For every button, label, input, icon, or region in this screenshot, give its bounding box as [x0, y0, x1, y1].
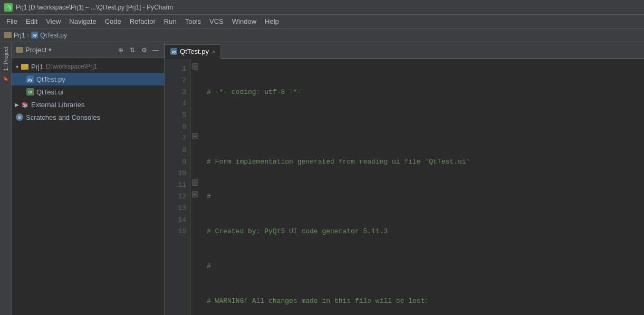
menu-tools[interactable]: Tools: [181, 16, 205, 26]
menu-view[interactable]: View: [42, 16, 65, 26]
project-panel-header: Project ▾ ⊕ ⇅ ⚙ —: [12, 42, 164, 58]
tab-file-icon: py: [170, 48, 177, 55]
line-num-3: 3: [165, 87, 190, 98]
line-num-6: 6: [165, 121, 190, 133]
menu-refactor[interactable]: Refactor: [126, 16, 160, 26]
line-num-9: 9: [165, 156, 190, 168]
tree-item-scratches[interactable]: S Scratches and Consoles: [12, 111, 164, 123]
code-line-5: # Created by: PyQt5 UI code generator 5.…: [207, 226, 638, 237]
prj1-folder-icon: [21, 64, 28, 70]
breadcrumb-file[interactable]: QtTest.py: [40, 32, 67, 39]
panel-folder-icon: [16, 47, 23, 53]
code-editor[interactable]: 1 2 3 4 5 6 7 8 9 10 11 12 13 14 15 − − …: [165, 59, 644, 315]
code-line-2: [207, 121, 638, 133]
breadcrumb-folder-icon: [4, 32, 12, 38]
line-num-1: 1: [165, 63, 190, 75]
menu-edit[interactable]: Edit: [22, 16, 42, 26]
code-line-3: # Form implementation generated from rea…: [207, 156, 638, 168]
project-panel-toggle[interactable]: 1: Project: [3, 44, 9, 73]
tab-close-button[interactable]: ×: [212, 49, 215, 55]
qttest-py-label: QtTest.py: [36, 75, 65, 83]
tab-label: QtTest.py: [180, 47, 209, 55]
panel-toolbar: ⊕ ⇅ ⚙ —: [117, 46, 160, 54]
scratches-label: Scratches and Consoles: [26, 113, 100, 121]
line-num-11: 11: [165, 179, 190, 191]
external-libraries-label: External Libraries: [31, 101, 84, 109]
code-line-4: #: [207, 191, 638, 203]
fold-marker-12[interactable]: −: [192, 191, 198, 197]
tree-item-qttest-ui[interactable]: Qt QtTest.ui: [12, 85, 164, 98]
menu-code[interactable]: Code: [101, 16, 126, 26]
side-strip: 1: Project 🔖: [0, 42, 12, 315]
code-line-7: # WARNING! All changes made in this file…: [207, 295, 638, 307]
bookmarks-icon[interactable]: 🔖: [2, 74, 10, 83]
tree-item-prj1[interactable]: ▾ Prj1 D:\workspace\Prj1: [12, 60, 164, 73]
line-num-13: 13: [165, 203, 190, 214]
breadcrumb-project[interactable]: Prj1: [14, 32, 25, 39]
tree-arrow-prj1: ▾: [14, 63, 20, 70]
breadcrumb-bar: Prj1 › py QtTest.py: [0, 28, 644, 42]
panel-dropdown-icon[interactable]: ▾: [49, 46, 52, 53]
code-line-1: # -*- coding: utf-8 -*-: [207, 87, 638, 98]
breadcrumb-file-icon: py: [31, 32, 38, 39]
app-icon: Py: [4, 3, 13, 12]
line-num-14: 14: [165, 214, 190, 226]
ext-libraries-icon: 📚: [21, 101, 28, 108]
code-line-6: #: [207, 261, 638, 272]
line-num-7: 7: [165, 133, 190, 145]
tab-bar: py QtTest.py ×: [165, 42, 644, 59]
line-num-8: 8: [165, 145, 190, 156]
menu-file[interactable]: File: [2, 16, 22, 26]
tree-item-external-libraries[interactable]: ▶ 📚 External Libraries: [12, 98, 164, 111]
tree-arrow-ext: ▶: [14, 101, 20, 108]
ui-file-icon: Qt: [26, 88, 34, 96]
fold-marker-1[interactable]: −: [192, 63, 198, 70]
editor-tab-qttest-py[interactable]: py QtTest.py ×: [165, 44, 221, 59]
menu-bar: File Edit View Navigate Code Refactor Ru…: [0, 15, 644, 28]
prj1-path: D:\workspace\Prj1: [46, 63, 97, 70]
menu-window[interactable]: Window: [228, 16, 261, 26]
line-num-2: 2: [165, 75, 190, 87]
line-num-15: 15: [165, 226, 190, 237]
menu-vcs[interactable]: VCS: [205, 16, 228, 26]
project-panel: Project ▾ ⊕ ⇅ ⚙ — ▾ Prj1 D:\workspace\Pr…: [12, 42, 165, 315]
prj1-label: Prj1: [31, 63, 43, 71]
line-num-5: 5: [165, 110, 190, 121]
code-gutter: − − − −: [191, 59, 200, 315]
panel-scroll-icon[interactable]: ⇅: [128, 46, 137, 54]
line-num-12: 12: [165, 191, 190, 203]
menu-run[interactable]: Run: [160, 16, 181, 26]
scratches-icon: S: [16, 113, 23, 121]
panel-locate-icon[interactable]: ⊕: [117, 46, 125, 54]
title-bar: Py Prj1 [D:\workspace\Prj1] – ...\QtTest…: [0, 0, 644, 15]
project-tree: ▾ Prj1 D:\workspace\Prj1 py QtTest.py Qt…: [12, 58, 164, 315]
menu-navigate[interactable]: Navigate: [65, 16, 100, 26]
menu-help[interactable]: Help: [261, 16, 283, 26]
panel-title-text: Project: [25, 46, 46, 54]
panel-title: Project ▾: [16, 46, 117, 54]
line-numbers: 1 2 3 4 5 6 7 8 9 10 11 12 13 14 15: [165, 59, 191, 315]
qttest-ui-label: QtTest.ui: [36, 88, 63, 96]
tree-item-qttest-py[interactable]: py QtTest.py: [12, 73, 164, 85]
panel-settings-icon[interactable]: ⚙: [140, 46, 148, 54]
fold-marker-11[interactable]: −: [192, 179, 198, 186]
line-num-4: 4: [165, 98, 190, 110]
code-content[interactable]: # -*- coding: utf-8 -*- # Form implement…: [200, 59, 644, 315]
breadcrumb-separator: ›: [27, 32, 29, 39]
editor-area: py QtTest.py × 1 2 3 4 5 6 7 8 9 10 11 1…: [165, 42, 644, 315]
main-layout: 1: Project 🔖 Project ▾ ⊕ ⇅ ⚙ — ▾: [0, 42, 644, 315]
line-num-10: 10: [165, 168, 190, 179]
fold-marker-7[interactable]: −: [192, 133, 198, 139]
panel-minimize-icon[interactable]: —: [151, 46, 160, 54]
py-file-icon: py: [26, 75, 34, 83]
window-title: Prj1 [D:\workspace\Prj1] – ...\QtTest.py…: [16, 4, 173, 11]
